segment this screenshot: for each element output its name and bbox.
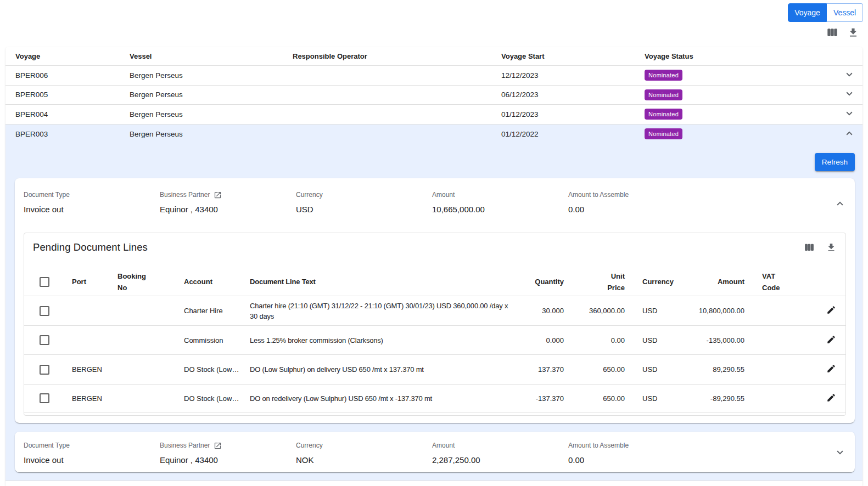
voyage-row-bper004[interactable]: BPER004 Bergen Perseus 01/12/2023 Nomina… (5, 105, 863, 125)
line-text-cell: DO on redelivery (Low Sulphur) USD 650 /… (241, 393, 519, 404)
status-badge: Nominated (645, 70, 682, 81)
field-label: Document Type (24, 190, 160, 199)
field-currency: Currency USD (296, 190, 432, 215)
vessel-name: Bergen Perseus (120, 91, 283, 99)
business-partner-value: Equinor , 43400 (160, 454, 296, 466)
port-cell: BERGEN (63, 394, 109, 403)
edit-icon[interactable] (826, 367, 836, 375)
edit-icon[interactable] (826, 308, 836, 317)
voyage-row-bper005[interactable]: BPER005 Bergen Perseus 06/12/2023 Nomina… (5, 86, 863, 105)
edit-icon[interactable] (826, 396, 836, 404)
expanded-voyage-detail: Refresh Document Type Invoice out Busine… (5, 144, 863, 481)
field-label: Business Partner (160, 441, 296, 450)
document-card-nok: Document Type Invoice out Business Partn… (15, 432, 855, 472)
voyage-start-date: 01/12/2022 (491, 130, 635, 138)
voyage-code: BPER004 (5, 110, 120, 118)
voyage-code: BPER006 (5, 71, 120, 80)
column-header-port: Port (63, 276, 109, 287)
currency-cell: USD (634, 394, 685, 403)
field-amount: Amount 2,287,250.00 (432, 441, 568, 466)
edit-icon[interactable] (826, 338, 836, 346)
unit-price-cell: 650.00 (573, 394, 634, 403)
row-checkbox[interactable] (40, 335, 49, 345)
port-cell: BERGEN (63, 365, 109, 374)
chevron-down-icon[interactable] (843, 69, 855, 82)
field-label: Document Type (24, 441, 160, 450)
column-header-responsible-operator: Responsible Operator (283, 52, 491, 60)
view-toggle: Voyage Vessel (788, 3, 863, 22)
account-cell: Commission (175, 336, 241, 344)
field-business-partner: Business Partner Equinor , 43400 (160, 190, 296, 215)
field-label: Amount (432, 441, 568, 450)
view-columns-icon[interactable] (803, 241, 816, 254)
document-line-row: Charter Hire Charter hire (21:10 (GMT) 3… (24, 296, 845, 326)
next-voyage-row-stub (5, 481, 863, 486)
amount-value: 10,665,000.00 (432, 204, 568, 215)
quantity-cell: 137.370 (519, 365, 573, 374)
field-label: Business Partner (160, 190, 296, 199)
currency-value: NOK (296, 454, 432, 466)
toggle-voyage-button[interactable]: Voyage (788, 3, 827, 22)
chevron-down-icon[interactable] (843, 108, 855, 121)
field-business-partner: Business Partner Equinor , 43400 (160, 441, 296, 466)
business-partner-value: Equinor , 43400 (160, 204, 296, 215)
account-cell: Charter Hire (175, 307, 241, 315)
currency-value: USD (296, 204, 432, 215)
voyage-row-bper006[interactable]: BPER006 Bergen Perseus 12/12/2023 Nomina… (5, 66, 863, 86)
open-in-new-icon[interactable] (214, 191, 222, 199)
field-amount-to-assemble: Amount to Assemble 0.00 (568, 441, 704, 466)
vessel-name: Bergen Perseus (120, 71, 283, 80)
voyage-code: BPER003 (5, 130, 120, 138)
refresh-button[interactable]: Refresh (815, 153, 855, 171)
column-header-voyage-start: Voyage Start (491, 52, 635, 60)
account-cell: DO Stock (Low… (175, 394, 241, 403)
currency-cell: USD (634, 336, 685, 344)
status-badge: Nominated (645, 89, 682, 100)
voyage-start-date: 01/12/2023 (491, 110, 635, 118)
unit-price-cell: 0.00 (573, 336, 634, 344)
quantity-cell: -137.370 (519, 394, 573, 403)
view-columns-icon[interactable] (826, 26, 839, 39)
field-label: Amount to Assemble (568, 441, 704, 450)
column-header-voyage: Voyage (5, 52, 120, 60)
download-icon[interactable] (825, 241, 838, 254)
column-header-booking-no: Booking No (109, 270, 175, 293)
field-amount-to-assemble: Amount to Assemble 0.00 (568, 190, 704, 215)
open-in-new-icon[interactable] (214, 442, 222, 450)
row-checkbox[interactable] (40, 306, 49, 316)
chevron-down-icon[interactable] (843, 88, 855, 101)
lines-table-header: Port Booking No Account Document Line Te… (24, 262, 845, 296)
chevron-down-icon[interactable] (833, 446, 847, 459)
document-line-row: Commission Less 1.25% broker commission … (24, 326, 845, 355)
column-header-document-line-text: Document Line Text (241, 276, 519, 287)
field-label: Amount (432, 190, 568, 199)
voyage-table-header: Voyage Vessel Responsible Operator Voyag… (5, 47, 863, 66)
amount-cell: 89,290.55 (685, 365, 753, 374)
field-label: Currency (296, 441, 432, 450)
field-document-type: Document Type Invoice out (24, 441, 160, 466)
unit-price-cell: 650.00 (573, 365, 634, 374)
row-checkbox[interactable] (40, 393, 49, 403)
row-checkbox[interactable] (40, 365, 49, 375)
field-amount: Amount 10,665,000.00 (432, 190, 568, 215)
document-line-row: BERGEN DO Stock (Low… DO (Low Sulphur) o… (24, 355, 845, 385)
download-icon[interactable] (847, 26, 860, 39)
select-all-checkbox[interactable] (40, 277, 49, 287)
chevron-up-icon[interactable] (843, 127, 855, 141)
toggle-vessel-button[interactable]: Vessel (827, 3, 863, 22)
column-header-vessel: Vessel (120, 52, 283, 60)
account-cell: DO Stock (Low… (175, 365, 241, 374)
chevron-up-icon[interactable] (833, 197, 847, 210)
column-header-account: Account (175, 276, 241, 287)
column-header-amount: Amount (685, 276, 753, 287)
line-text-cell: DO (Low Sulphur) on delivery USD 650 /mt… (241, 364, 519, 375)
field-currency: Currency NOK (296, 441, 432, 466)
vessel-name: Bergen Perseus (120, 130, 283, 138)
document-type-value: Invoice out (24, 204, 160, 215)
pending-document-lines-panel: Pending Document Lines Port Booking No (24, 233, 846, 416)
vessel-name: Bergen Perseus (120, 110, 283, 118)
document-card-usd: Document Type Invoice out Business Partn… (15, 178, 855, 423)
voyage-start-date: 12/12/2023 (491, 71, 635, 80)
voyage-row-bper003[interactable]: BPER003 Bergen Perseus 01/12/2022 Nomina… (5, 125, 863, 144)
unit-price-cell: 360,000.00 (573, 307, 634, 315)
